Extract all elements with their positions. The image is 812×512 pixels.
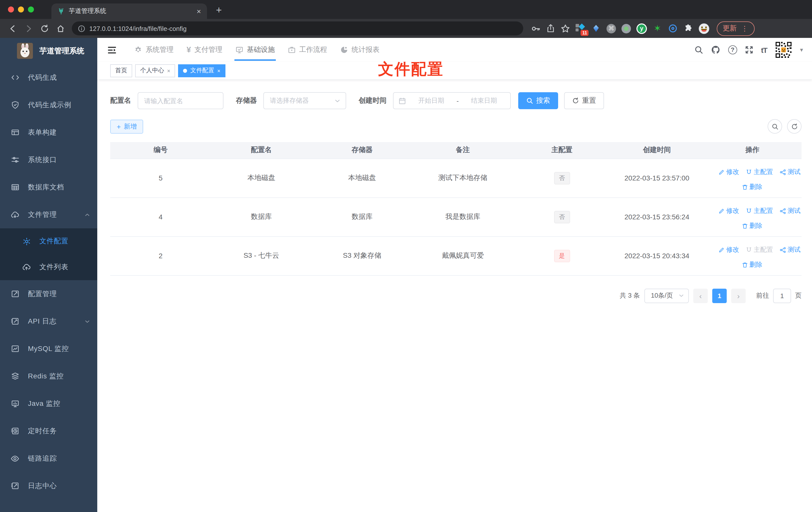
reload-button[interactable] [37,21,52,36]
toggle-search-button[interactable] [767,119,782,133]
sidebar-collapse-icon[interactable] [107,45,117,55]
url-bar[interactable]: 127.0.0.1:1024/infra/file/file-config [72,22,523,35]
home-button[interactable] [53,21,68,36]
forward-button[interactable] [21,21,36,36]
share-icon[interactable] [546,24,555,33]
storage-select[interactable]: 请选择存储器 [263,92,346,109]
app-logo[interactable]: 芋道管理系统 [0,38,97,64]
font-size-icon[interactable]: tT [761,46,767,54]
github-icon[interactable] [711,45,721,55]
extension-y-icon[interactable]: y [636,23,647,34]
sidebar-item-form-builder[interactable]: 表单构建 [0,119,97,146]
sidebar-item-redis-monitor[interactable]: Redis 监控 [0,362,97,390]
help-icon[interactable]: ? [728,46,737,54]
sidebar-item-java-monitor[interactable]: Java 监控 [0,390,97,417]
delete-link[interactable]: 删除 [742,260,762,269]
edit-link[interactable]: 修改 [718,206,739,215]
delete-link[interactable]: 删除 [742,182,762,191]
sidebar-item-scheduled-tasks[interactable]: 定时任务 [0,417,97,445]
extension-eye-icon[interactable] [668,24,678,33]
user-avatar[interactable] [775,41,792,59]
end-date-placeholder[interactable]: 结束日期 [463,96,505,105]
monitor-icon [10,399,20,408]
sidebar-item-file-config[interactable]: 文件配置 [0,228,97,254]
start-date-placeholder[interactable]: 开始日期 [410,96,453,105]
profile-avatar-icon[interactable] [699,23,709,34]
trash-icon [742,184,748,190]
extension-pinned-icon[interactable]: 11 [576,24,585,33]
tags-view: 首页 个人中心 × 文件配置 × [97,62,812,79]
tag-home[interactable]: 首页 [110,64,132,77]
sidebar-item-file-list[interactable]: 文件列表 [0,254,97,280]
browser-update-button[interactable]: 更新 ⋮ [717,21,755,36]
extension-command-icon[interactable]: ⌘ [607,24,616,33]
next-page-button[interactable]: › [731,289,746,303]
minimize-window-button[interactable] [18,6,24,12]
sidebar-item-mysql-monitor[interactable]: MySQL 监控 [0,335,97,362]
refresh-table-button[interactable] [787,119,802,133]
date-range-picker[interactable]: 开始日期 - 结束日期 [393,92,511,109]
extensions-puzzle-icon[interactable] [683,24,693,33]
new-tab-button[interactable]: + [216,4,222,16]
gauge-icon [340,46,348,54]
sidebar-item-tracing[interactable]: 链路追踪 [0,445,97,472]
close-tab-icon[interactable]: × [197,7,201,16]
nav-item-system[interactable]: 系统管理 [128,38,180,62]
close-window-button[interactable] [8,6,14,12]
test-link[interactable]: 测试 [780,245,801,254]
prev-page-button[interactable]: ‹ [693,289,708,303]
extension-kite-icon[interactable] [591,24,601,33]
sidebar-item-file-management[interactable]: 文件管理 [0,201,97,228]
avatar-caret-icon[interactable]: ▾ [800,47,803,53]
edit-link[interactable]: 修改 [718,245,739,254]
close-tag-icon[interactable]: × [217,67,221,73]
nav-item-payment[interactable]: ¥ 支付管理 [180,38,229,62]
nav-item-infrastructure[interactable]: 基础设施 [229,38,281,62]
test-link[interactable]: 测试 [780,168,801,177]
fullscreen-icon[interactable] [745,46,754,54]
delete-link[interactable]: 删除 [742,221,762,230]
sidebar-item-db-doc[interactable]: 数据库文档 [0,174,97,201]
close-tag-icon[interactable]: × [167,67,170,73]
gear-icon [22,237,31,245]
sidebar-item-system-api[interactable]: 系统接口 [0,146,97,174]
search-icon [771,123,778,130]
test-link[interactable]: 测试 [780,206,801,215]
config-name-input[interactable] [138,93,223,109]
sidebar-item-config-management[interactable]: 配置管理 [0,280,97,308]
bookmark-star-icon[interactable] [561,24,570,33]
page-number-button[interactable]: 1 [712,289,727,303]
nav-item-reports[interactable]: 统计报表 [334,38,386,62]
back-button[interactable] [5,21,20,36]
edit-link[interactable]: 修改 [718,168,739,177]
search-icon[interactable] [694,46,703,54]
chevron-down-icon [334,97,341,104]
add-button[interactable]: + 新增 [110,119,143,133]
sidebar-item-code-generation[interactable]: 代码生成 [0,64,97,91]
app-title: 芋道管理系统 [39,46,84,56]
tag-file-config[interactable]: 文件配置 × [178,64,226,77]
maximize-window-button[interactable] [28,6,34,12]
cell-remark: 戴佩妮真可爱 [412,236,513,275]
master-tag: 否 [554,211,570,223]
nav-item-workflow[interactable]: 工作流程 [281,38,334,62]
password-key-icon[interactable] [531,24,541,33]
refresh-icon [572,97,579,104]
chart-icon [10,344,20,353]
site-info-icon[interactable] [78,25,85,32]
sidebar-item-code-example[interactable]: 代码生成示例 [0,91,97,119]
page-size-select[interactable]: 10条/页 [644,289,689,303]
page-content: 配置名 存储器 请选择存储器 创建时间 开始日期 - 结束日期 [97,79,812,512]
master-config-link[interactable]: 主配置 [746,206,773,215]
reset-button[interactable]: 重置 [564,92,604,109]
extension-star-icon[interactable]: ✶ [652,24,662,33]
browser-menu-icon[interactable]: ⋮ [741,24,749,32]
search-button[interactable]: 搜索 [518,92,558,109]
tag-profile[interactable]: 个人中心 × [135,64,175,77]
extension-record-icon[interactable] [621,24,631,33]
sidebar-item-log-center[interactable]: 日志中心 [0,472,97,500]
master-config-link[interactable]: 主配置 [746,168,773,177]
sidebar-item-api-log[interactable]: API 日志 [0,308,97,335]
browser-tab[interactable]: 芋道管理系统 × [51,3,207,19]
goto-page-input[interactable] [773,289,791,303]
